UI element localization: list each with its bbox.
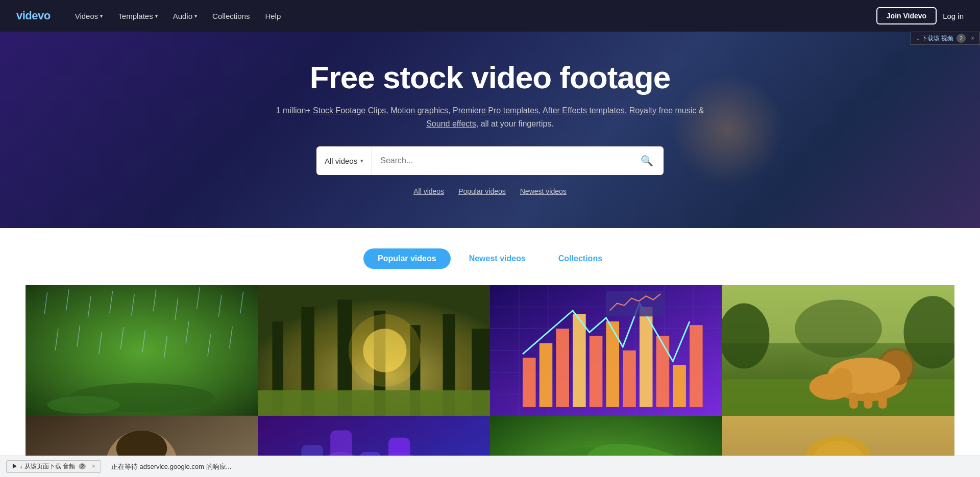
video-thumbnail[interactable] xyxy=(490,285,722,416)
quicklink-newest-videos[interactable]: Newest videos xyxy=(520,187,567,195)
nav-help[interactable]: Help xyxy=(259,8,287,24)
link-stock-footage[interactable]: Stock Footage Clips xyxy=(313,106,386,115)
link-royalty-music[interactable]: Royalty free music xyxy=(629,106,697,115)
svg-rect-55 xyxy=(656,336,670,407)
link-motion-graphics[interactable]: Motion graphics xyxy=(390,106,448,115)
chevron-down-icon: ▾ xyxy=(360,158,363,164)
svg-rect-48 xyxy=(540,343,553,407)
video-thumbnail[interactable] xyxy=(26,285,258,416)
ad-bar-label: ↓ 下载该 视频 xyxy=(916,34,953,43)
svg-point-21 xyxy=(47,396,120,414)
search-input[interactable] xyxy=(372,146,630,175)
nav-links: Videos ▾ Templates ▾ Audio ▾ Collections… xyxy=(69,8,876,24)
svg-rect-58 xyxy=(606,291,665,316)
svg-rect-47 xyxy=(523,358,536,407)
nav-audio[interactable]: Audio ▾ xyxy=(167,8,203,24)
chevron-down-icon: ▾ xyxy=(194,13,197,19)
status-text: 正在等待 adservice.google.com 的响应... xyxy=(111,462,232,471)
svg-rect-52 xyxy=(606,321,620,407)
search-button[interactable]: 🔍 xyxy=(630,146,664,175)
logo[interactable]: videvo xyxy=(16,9,51,22)
tab-collections[interactable]: Collections xyxy=(544,248,617,269)
login-button[interactable]: Log in xyxy=(943,12,964,20)
svg-rect-71 xyxy=(878,392,887,408)
ad-bar-badge: 2 xyxy=(957,34,966,43)
svg-rect-57 xyxy=(690,325,703,407)
quicklink-all-videos[interactable]: All videos xyxy=(413,187,444,195)
download-audio-button[interactable]: ▶ ↓ 从该页面下载 音频 2 × xyxy=(6,460,101,473)
quicklink-popular-videos[interactable]: Popular videos xyxy=(458,187,506,195)
hero-title: Free stock video footage xyxy=(310,60,670,95)
link-sound-effects[interactable]: Sound effects xyxy=(426,119,476,128)
svg-rect-56 xyxy=(673,365,686,407)
browser-status-bar: ▶ ↓ 从该页面下载 音频 2 × 正在等待 adservice.google.… xyxy=(0,456,980,477)
section-tabs: Popular videos Newest videos Collections xyxy=(0,228,980,285)
svg-rect-53 xyxy=(623,350,636,407)
svg-point-73 xyxy=(832,368,852,388)
link-premiere-pro[interactable]: Premiere Pro templates xyxy=(453,106,538,115)
svg-rect-50 xyxy=(573,314,586,407)
tab-popular-videos[interactable]: Popular videos xyxy=(363,248,451,269)
search-category-dropdown[interactable]: All videos ▾ xyxy=(316,146,372,175)
navbar: videvo Videos ▾ Templates ▾ Audio ▾ Coll… xyxy=(0,0,980,32)
download-icon: ▶ xyxy=(12,463,18,470)
ad-bar-close[interactable]: × xyxy=(971,35,974,42)
nav-videos[interactable]: Videos ▾ xyxy=(69,8,109,24)
join-button[interactable]: Join Videvo xyxy=(876,7,937,24)
video-thumbnail[interactable] xyxy=(722,285,954,416)
link-after-effects[interactable]: After Effects templates xyxy=(543,106,625,115)
hero-section: Free stock video footage 1 million+ Stoc… xyxy=(0,32,980,228)
svg-point-32 xyxy=(349,314,421,387)
nav-actions: Join Videvo Log in xyxy=(876,7,964,24)
hero-quicklinks: All videos Popular videos Newest videos xyxy=(413,187,567,195)
svg-point-63 xyxy=(795,299,882,358)
svg-rect-51 xyxy=(590,336,603,407)
svg-rect-70 xyxy=(864,392,872,408)
nav-templates[interactable]: Templates ▾ xyxy=(112,8,163,24)
tab-newest-videos[interactable]: Newest videos xyxy=(455,248,540,269)
svg-rect-69 xyxy=(849,392,858,408)
nav-collections[interactable]: Collections xyxy=(206,8,256,24)
video-grid xyxy=(0,285,980,477)
hero-subtitle: 1 million+ Stock Footage Clips, Motion g… xyxy=(265,104,715,130)
svg-rect-49 xyxy=(556,329,569,407)
ad-bar: ↓ 下载该 视频 2 × xyxy=(911,32,980,45)
search-category-label: All videos xyxy=(325,157,357,165)
chevron-down-icon: ▾ xyxy=(155,13,158,19)
browser-status-text: ▶ ↓ 从该页面下载 音频 2 × 正在等待 adservice.google.… xyxy=(6,460,231,473)
logo-text: videvo xyxy=(16,9,51,22)
chevron-down-icon: ▾ xyxy=(100,13,103,19)
video-thumbnail[interactable] xyxy=(258,285,490,416)
svg-rect-33 xyxy=(258,390,490,416)
search-bar: All videos ▾ 🔍 xyxy=(316,146,664,175)
search-icon: 🔍 xyxy=(641,155,653,167)
